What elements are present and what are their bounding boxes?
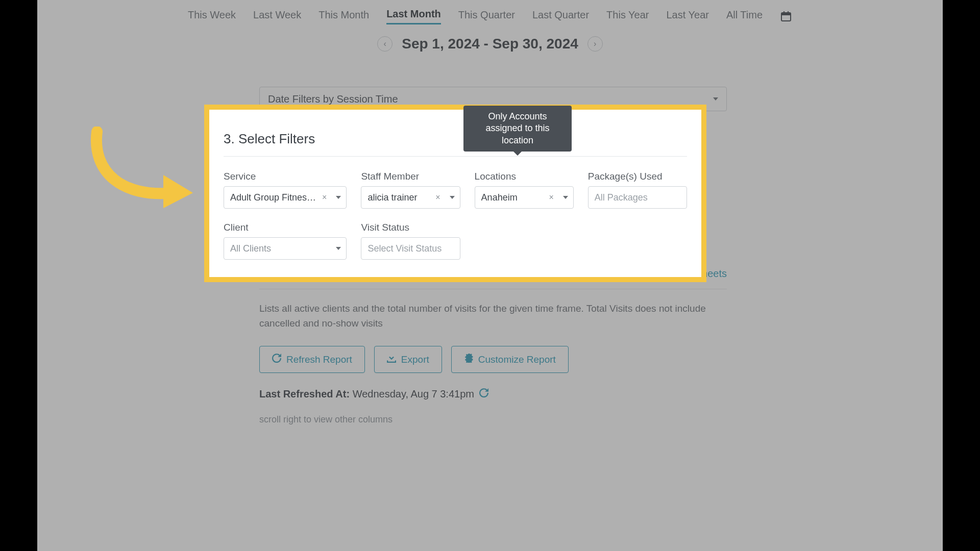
filter-locations: Locations Anaheim × xyxy=(475,171,574,209)
date-filter-mode-value: Date Filters by Session Time xyxy=(268,93,398,105)
locations-tooltip: Only Accounts assigned to this location xyxy=(463,106,572,152)
tab-this-week[interactable]: This Week xyxy=(188,9,236,24)
client-value: All Clients xyxy=(230,243,329,254)
date-range-tabs: This Week Last Week This Month Last Mont… xyxy=(37,8,943,24)
visit-status-select[interactable]: Select Visit Status xyxy=(361,237,460,260)
filters-section-title: 3. Select Filters xyxy=(224,131,687,147)
last-refreshed-label: Last Refreshed At: xyxy=(259,388,350,399)
filter-service: Service Adult Group Fitnes… × xyxy=(224,171,347,209)
staff-select[interactable]: alicia trainer × xyxy=(361,186,460,209)
scroll-hint-text: scroll right to view other columns xyxy=(259,414,727,425)
chevron-down-icon xyxy=(563,196,568,199)
refresh-report-button[interactable]: Refresh Report xyxy=(259,346,365,373)
clear-service-icon[interactable]: × xyxy=(320,193,329,202)
svg-rect-1 xyxy=(781,13,791,15)
report-description: Lists all active clients and the total n… xyxy=(259,302,727,331)
prev-period-button[interactable]: ‹ xyxy=(377,36,393,52)
export-button[interactable]: Export xyxy=(374,346,442,373)
staff-value: alicia trainer xyxy=(368,192,429,203)
chevron-down-icon xyxy=(713,97,718,101)
locations-label: Locations xyxy=(475,171,574,182)
download-icon xyxy=(387,354,396,365)
packages-label: Package(s) Used xyxy=(588,171,687,182)
refresh-inline-icon[interactable] xyxy=(479,388,488,399)
packages-placeholder: All Packages xyxy=(595,192,681,203)
client-select[interactable]: All Clients xyxy=(224,237,347,260)
tab-last-week[interactable]: Last Week xyxy=(253,9,301,24)
tab-last-year[interactable]: Last Year xyxy=(667,9,709,24)
chevron-down-icon xyxy=(450,196,455,199)
visit-status-label: Visit Status xyxy=(361,222,460,233)
date-range-label: Sep 1, 2024 - Sep 30, 2024 xyxy=(402,36,578,52)
locations-select[interactable]: Anaheim × xyxy=(475,186,574,209)
customize-report-button[interactable]: Customize Report xyxy=(451,346,569,373)
locations-value: Anaheim xyxy=(481,192,543,203)
client-label: Client xyxy=(224,222,347,233)
filter-packages: Package(s) Used All Packages xyxy=(588,171,687,209)
filter-visit-status: Visit Status Select Visit Status xyxy=(361,222,460,260)
service-value: Adult Group Fitnes… xyxy=(230,192,316,203)
visit-status-placeholder: Select Visit Status xyxy=(368,243,454,254)
tab-last-month[interactable]: Last Month xyxy=(386,8,441,24)
packages-select[interactable]: All Packages xyxy=(588,186,687,209)
filter-client: Client All Clients xyxy=(224,222,347,260)
divider xyxy=(224,156,687,157)
chevron-down-icon xyxy=(336,196,341,199)
last-refreshed-line: Last Refreshed At: Wednesday, Aug 7 3:41… xyxy=(259,388,727,400)
filters-grid: Service Adult Group Fitnes… × Staff Memb… xyxy=(224,171,687,260)
service-label: Service xyxy=(224,171,347,182)
gear-icon xyxy=(464,354,473,365)
staff-label: Staff Member xyxy=(361,171,460,182)
report-section: Visit Totals Per Client Import Into Goog… xyxy=(259,265,727,425)
customize-button-label: Customize Report xyxy=(478,354,556,365)
last-refreshed-value: Wednesday, Aug 7 3:41pm xyxy=(353,388,474,399)
report-actions-row: Refresh Report Export Customize Report xyxy=(259,346,727,373)
svg-rect-3 xyxy=(788,11,789,14)
svg-rect-2 xyxy=(783,11,785,14)
service-select[interactable]: Adult Group Fitnes… × xyxy=(224,186,347,209)
refresh-button-label: Refresh Report xyxy=(286,354,352,365)
tab-last-quarter[interactable]: Last Quarter xyxy=(532,9,589,24)
tab-this-year[interactable]: This Year xyxy=(606,9,649,24)
tab-all-time[interactable]: All Time xyxy=(726,9,763,24)
next-period-button[interactable]: › xyxy=(587,36,603,52)
export-button-label: Export xyxy=(401,354,429,365)
filters-highlight-panel: 3. Select Filters Only Accounts assigned… xyxy=(204,105,706,282)
tab-this-quarter[interactable]: This Quarter xyxy=(458,9,515,24)
refresh-icon xyxy=(272,354,281,365)
date-range-heading-row: ‹ Sep 1, 2024 - Sep 30, 2024 › xyxy=(37,36,943,52)
tab-this-month[interactable]: This Month xyxy=(318,9,369,24)
divider xyxy=(259,289,727,289)
filter-staff: Staff Member alicia trainer × xyxy=(361,171,460,209)
clear-staff-icon[interactable]: × xyxy=(433,193,442,202)
clear-locations-icon[interactable]: × xyxy=(547,193,555,202)
calendar-icon[interactable] xyxy=(780,10,792,22)
chevron-down-icon xyxy=(336,247,341,250)
